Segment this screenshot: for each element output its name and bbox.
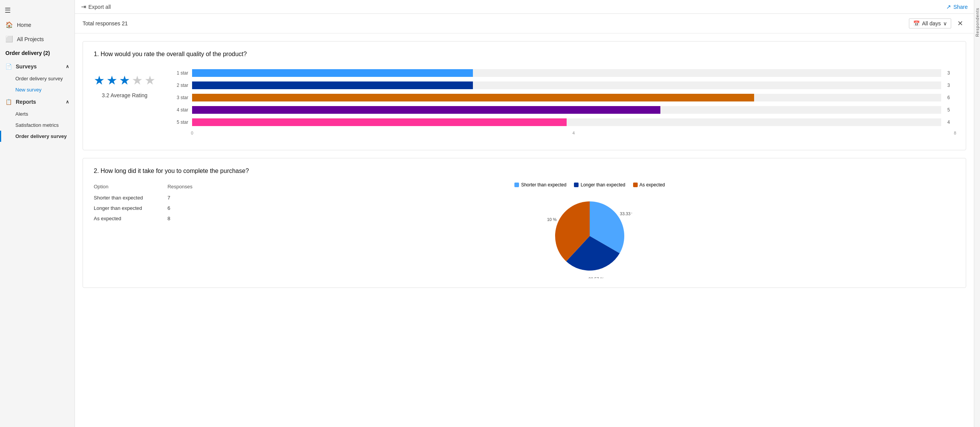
bar-value: 4 — [947, 120, 955, 125]
legend-label: As expected — [640, 182, 665, 188]
table-row: As expected8 — [94, 213, 209, 224]
legend-dot — [574, 183, 579, 187]
bar-value: 3 — [947, 83, 955, 88]
bar-value: 6 — [947, 95, 955, 100]
surveys-section[interactable]: 📄 Surveys ∧ — [0, 60, 75, 73]
content-area: 1. How would you rate the overall qualit… — [75, 33, 974, 427]
bar-fill — [192, 118, 567, 126]
pie-label: 28.57 % — [589, 277, 604, 278]
pie-legend: Shorter than expectedLonger than expecte… — [514, 182, 665, 188]
all-days-label: All days — [922, 20, 941, 27]
bar-track — [192, 94, 941, 101]
order-delivery-header: Order delivery (2) — [0, 46, 75, 60]
legend-label: Longer than expected — [580, 182, 625, 188]
question-1-content: ★ ★ ★ ★ ★ 3.2 Average Rating 1 star 3 2 … — [94, 65, 955, 141]
star-5: ★ — [144, 73, 156, 88]
export-icon: ⇥ — [81, 3, 86, 10]
axis-tick: 8 — [954, 131, 956, 135]
sidebar-item-home[interactable]: 🏠 Home — [0, 18, 75, 32]
bar-track — [192, 106, 941, 114]
surveys-icon: 📄 — [5, 63, 12, 70]
question-1-block: 1. How would you rate the overall qualit… — [83, 41, 966, 150]
reports-chevron: ∧ — [66, 99, 69, 105]
sidebar-item-satisfaction-metrics[interactable]: Satisfaction metrics — [0, 120, 75, 131]
legend-dot — [633, 183, 638, 187]
question-2-block: 2. How long did it take for you to compl… — [83, 158, 966, 288]
bar-fill — [192, 106, 660, 114]
bar-fill — [192, 81, 473, 89]
export-label: Export all — [88, 4, 111, 10]
bar-value: 5 — [947, 107, 955, 113]
bar-chart: 1 star 3 2 star 3 3 star 6 4 star 5 5 st… — [171, 65, 955, 141]
bar-fill — [192, 69, 473, 77]
sidebar-item-new-survey[interactable]: New survey — [0, 84, 75, 95]
all-days-filter[interactable]: 📅 All days ∨ — [909, 18, 951, 28]
star-2: ★ — [106, 73, 118, 88]
share-button[interactable]: ↗ Share — [946, 3, 968, 10]
axis-tick: 4 — [572, 131, 575, 135]
main-content: ⇥ Export all ↗ Share Total responses 21 … — [75, 0, 974, 427]
surveys-chevron: ∧ — [66, 64, 69, 69]
average-rating: 3.2 Average Rating — [102, 92, 148, 98]
question-2-title: 2. How long did it take for you to compl… — [94, 168, 955, 174]
chart-axis: 048 — [192, 131, 955, 137]
bar-label: 5 star — [171, 120, 188, 125]
response-cell: 8 — [167, 213, 209, 224]
axis-tick: 0 — [191, 131, 193, 135]
home-label: Home — [17, 22, 31, 28]
share-label: Share — [953, 4, 968, 10]
bar-track — [192, 118, 941, 126]
export-all-button[interactable]: ⇥ Export all — [81, 3, 111, 10]
question-1-title: 1. How would you rate the overall qualit… — [94, 51, 955, 58]
pie-chart-svg: 33.33 %28.57 %38.10 % — [547, 194, 632, 278]
bar-row: 2 star 3 — [171, 81, 955, 89]
legend-label: Shorter than expected — [521, 182, 566, 188]
bar-row: 1 star 3 — [171, 69, 955, 77]
option-cell: Longer than expected — [94, 203, 167, 213]
right-panel: Respondents — [974, 0, 980, 427]
top-bar: ⇥ Export all ↗ Share — [75, 0, 974, 14]
bar-track — [192, 69, 941, 77]
bar-row: 3 star 6 — [171, 94, 955, 101]
home-icon: 🏠 — [5, 21, 13, 28]
pie-chart-container: Shorter than expectedLonger than expecte… — [224, 182, 955, 278]
bar-row: 4 star 5 — [171, 106, 955, 114]
question-2-content: Option Responses Shorter than expected7L… — [94, 182, 955, 278]
bar-label: 2 star — [171, 83, 188, 88]
menu-icon[interactable]: ☰ — [0, 3, 75, 18]
surveys-label: Surveys — [16, 63, 36, 70]
calendar-icon: 📅 — [913, 20, 920, 27]
sidebar-item-order-delivery-survey[interactable]: Order delivery survey — [0, 73, 75, 84]
pie-label: 38.10 % — [547, 217, 557, 222]
close-button[interactable]: ✕ — [954, 18, 966, 28]
respondents-label: Respondents — [975, 8, 980, 37]
star-rating: ★ ★ ★ ★ ★ — [94, 73, 156, 88]
bar-label: 3 star — [171, 95, 188, 100]
total-responses: Total responses 21 — [83, 20, 128, 27]
all-projects-label: All Projects — [17, 36, 44, 42]
legend-dot — [514, 183, 519, 187]
bar-label: 4 star — [171, 107, 188, 113]
option-cell: As expected — [94, 213, 167, 224]
col-responses: Responses — [167, 182, 209, 193]
reports-section[interactable]: 📋 Reports ∧ — [0, 95, 75, 108]
reports-icon: 📋 — [5, 99, 12, 105]
legend-item: As expected — [633, 182, 665, 188]
rating-display: ★ ★ ★ ★ ★ 3.2 Average Rating — [94, 65, 156, 98]
legend-item: Longer than expected — [574, 182, 625, 188]
sidebar: ☰ 🏠 Home ⬜ All Projects Order delivery (… — [0, 0, 75, 427]
reports-label: Reports — [16, 99, 36, 105]
bar-value: 3 — [947, 70, 955, 76]
legend-item: Shorter than expected — [514, 182, 566, 188]
star-1: ★ — [94, 73, 105, 88]
star-3: ★ — [119, 73, 130, 88]
pie-label: 33.33 % — [620, 211, 632, 216]
sidebar-item-all-projects[interactable]: ⬜ All Projects — [0, 32, 75, 46]
q2-table: Option Responses Shorter than expected7L… — [94, 182, 209, 224]
table-row: Shorter than expected7 — [94, 193, 209, 203]
sidebar-item-order-delivery-report[interactable]: Order delivery survey — [0, 131, 75, 142]
response-cell: 6 — [167, 203, 209, 213]
col-option: Option — [94, 182, 167, 193]
sidebar-item-alerts[interactable]: Alerts — [0, 108, 75, 120]
option-cell: Shorter than expected — [94, 193, 167, 203]
